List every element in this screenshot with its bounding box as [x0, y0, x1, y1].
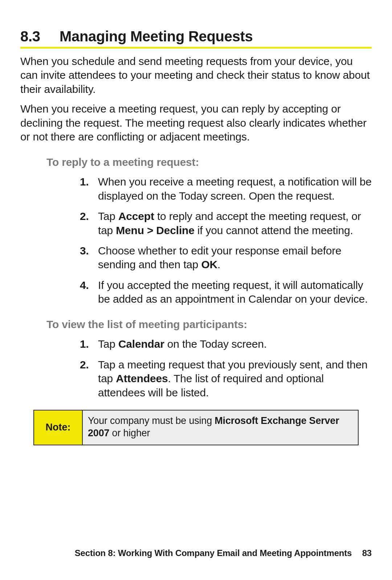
steps-participants: 1.Tap Calendar on the Today screen.2.Tap…: [20, 337, 372, 400]
list-item: 2.Tap a meeting request that you previou…: [80, 358, 372, 400]
page-footer: Section 8: Working With Company Email an…: [75, 548, 372, 558]
subhead-participants: To view the list of meeting participants…: [46, 318, 372, 331]
note-box: Note: Your company must be using Microso…: [33, 410, 359, 445]
list-marker: 2.: [80, 358, 89, 372]
list-item: 1.Tap Calendar on the Today screen.: [80, 337, 372, 351]
list-item: 2.Tap Accept to reply and accept the mee…: [80, 209, 372, 237]
list-marker: 1.: [80, 337, 89, 351]
footer-page-number: 83: [362, 548, 372, 558]
intro-para-2: When you receive a meeting request, you …: [20, 102, 372, 144]
footer-section-label: Section 8: Working With Company Email an…: [75, 548, 352, 558]
note-label: Note:: [34, 411, 83, 445]
subhead-reply: To reply to a meeting request:: [46, 156, 372, 168]
list-item: 1.When you receive a meeting request, a …: [80, 175, 372, 203]
list-marker: 1.: [80, 175, 89, 189]
list-item: 4.If you accepted the meeting request, i…: [80, 278, 372, 306]
list-item: 3.Choose whether to edit your response e…: [80, 244, 372, 272]
note-content: Your company must be using Microsoft Exc…: [83, 411, 358, 445]
section-number: 8.3: [20, 28, 60, 45]
section-title: Managing Meeting Requests: [60, 28, 253, 44]
list-marker: 4.: [80, 278, 89, 292]
intro-para-1: When you schedule and send meeting reque…: [20, 54, 372, 96]
list-marker: 3.: [80, 244, 89, 258]
steps-reply: 1.When you receive a meeting request, a …: [20, 175, 372, 306]
list-marker: 2.: [80, 209, 89, 223]
section-heading: 8.3Managing Meeting Requests: [20, 28, 372, 49]
